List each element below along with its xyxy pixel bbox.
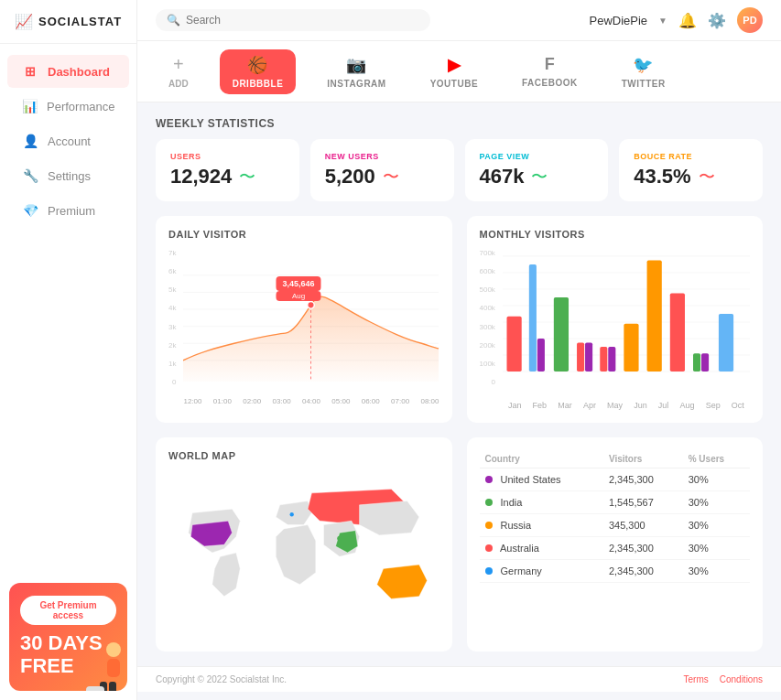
svg-rect-29 bbox=[624, 324, 638, 372]
svg-rect-4 bbox=[86, 686, 104, 691]
trend-up-icon-users: 〜 bbox=[239, 166, 255, 188]
footer-copyright: Copyright © 2022 Socialstat Inc. bbox=[156, 674, 287, 684]
pct-cell: 30% bbox=[683, 514, 750, 537]
monthly-y-axis: 0100k200k300k400k500k600k700k bbox=[480, 249, 499, 386]
stat-label-new-users: NEW USERS bbox=[325, 152, 439, 161]
monthly-chart-wrapper: 0100k200k300k400k500k600k700k bbox=[480, 249, 751, 410]
sidebar-item-label: Premium bbox=[48, 204, 95, 218]
footer-conditions-link[interactable]: Conditions bbox=[720, 674, 763, 684]
svg-rect-21 bbox=[506, 317, 521, 372]
sidebar-item-dashboard[interactable]: ⊞ Dashboard bbox=[7, 55, 129, 88]
sidebar-item-label: Performance bbox=[47, 100, 114, 113]
sidebar: 📈 SOCIALSTAT ⊞ Dashboard 📊 Performance 👤… bbox=[0, 0, 137, 700]
stat-value-row-page-view: 467k 〜 bbox=[480, 165, 594, 188]
table-header-row: Country Visitors % Users bbox=[480, 450, 751, 468]
instagram-icon: 📷 bbox=[346, 55, 367, 75]
tab-twitter-label: TWITTER bbox=[622, 79, 666, 89]
world-map-title: WORLD MAP bbox=[168, 450, 439, 461]
get-premium-button[interactable]: Get Premium access bbox=[20, 596, 116, 625]
search-icon: 🔍 bbox=[167, 14, 180, 27]
avatar[interactable]: PD bbox=[737, 7, 763, 33]
tab-twitter[interactable]: 🐦 TWITTER bbox=[609, 49, 678, 94]
tab-youtube-label: YOUTUBE bbox=[430, 79, 478, 89]
sidebar-item-label: Dashboard bbox=[48, 65, 110, 79]
svg-rect-33 bbox=[701, 353, 709, 372]
country-dot bbox=[485, 499, 493, 506]
tooltip-sub: Aug bbox=[276, 291, 320, 301]
dashboard-icon: ⊞ bbox=[22, 64, 38, 79]
svg-point-36 bbox=[337, 536, 342, 541]
daily-chart-wrapper: 01k2k3k4k5k6k7k 3,45,646 Aug bbox=[168, 249, 439, 405]
stat-value-row-users: 12,924 〜 bbox=[170, 165, 285, 188]
table-row: Germany 2,345,300 30% bbox=[480, 560, 751, 583]
daily-chart-area: 3,45,646 Aug bbox=[183, 249, 439, 405]
country-name: Australia bbox=[500, 543, 539, 554]
daily-visitor-card: DAILY VISITOR 01k2k3k4k5k6k7k 3,45,646 A… bbox=[156, 216, 452, 423]
app-logo: 📈 SOCIALSTAT bbox=[0, 0, 136, 44]
col-header-visitors: Visitors bbox=[603, 450, 683, 468]
bell-icon[interactable]: 🔔 bbox=[678, 12, 697, 29]
country-cell: Australia bbox=[480, 537, 603, 560]
premium-banner: Get Premium access 30 DAYS FREE bbox=[9, 583, 127, 691]
premium-icon: 💎 bbox=[22, 203, 38, 218]
trend-up-icon-page-view: 〜 bbox=[531, 166, 548, 188]
svg-rect-28 bbox=[608, 347, 615, 372]
country-dot bbox=[485, 522, 493, 529]
chevron-down-icon[interactable]: ▼ bbox=[658, 16, 667, 26]
pct-cell: 30% bbox=[683, 491, 750, 514]
daily-x-axis: 12:0001:0002:0003:0004:0005:0006:0007:00… bbox=[183, 397, 439, 405]
sidebar-item-label: Account bbox=[48, 135, 91, 148]
daily-visitor-svg bbox=[183, 249, 439, 395]
account-icon: 👤 bbox=[22, 134, 38, 148]
svg-rect-23 bbox=[537, 339, 545, 372]
tab-instagram[interactable]: 📷 INSTAGRAM bbox=[314, 49, 398, 94]
sidebar-item-performance[interactable]: 📊 Performance bbox=[7, 90, 129, 123]
country-name: India bbox=[501, 497, 523, 508]
visitors-cell: 2,345,300 bbox=[603, 560, 683, 583]
sidebar-item-settings[interactable]: 🔧 Settings bbox=[7, 159, 129, 192]
footer-links: Terms Conditions bbox=[684, 674, 764, 684]
settings-icon: 🔧 bbox=[22, 168, 38, 183]
svg-rect-25 bbox=[577, 343, 584, 372]
sidebar-item-account[interactable]: 👤 Account bbox=[7, 124, 129, 157]
footer-terms-link[interactable]: Terms bbox=[684, 674, 709, 684]
world-map-card: WORLD MAP bbox=[156, 437, 452, 652]
stat-card-bounce-rate: BOUCE RATE 43.5% 〜 bbox=[619, 139, 763, 201]
table-row: United States 2,345,300 30% bbox=[480, 468, 751, 491]
stat-card-page-view: PAGE VIEW 467k 〜 bbox=[465, 139, 609, 201]
stat-card-users: USERS 12,924 〜 bbox=[156, 139, 299, 201]
stat-value-page-view: 467k bbox=[480, 165, 525, 188]
stats-cards: USERS 12,924 〜 NEW USERS 5,200 〜 PAGE VI… bbox=[156, 139, 763, 201]
table-row: Russia 345,300 30% bbox=[480, 514, 751, 537]
sidebar-nav: ⊞ Dashboard 📊 Performance 👤 Account 🔧 Se… bbox=[0, 44, 136, 574]
country-dot bbox=[485, 476, 493, 483]
pct-cell: 30% bbox=[683, 560, 750, 583]
stat-value-new-users: 5,200 bbox=[325, 165, 375, 188]
svg-rect-32 bbox=[693, 353, 700, 372]
world-map-svg bbox=[168, 470, 439, 635]
svg-point-0 bbox=[106, 642, 121, 657]
daily-visitor-title: DAILY VISITOR bbox=[168, 229, 439, 240]
tab-facebook[interactable]: f FACEBOOK bbox=[509, 49, 591, 93]
svg-rect-27 bbox=[600, 347, 607, 372]
tab-add[interactable]: + ADD bbox=[156, 48, 201, 94]
svg-rect-3 bbox=[109, 682, 116, 691]
sidebar-item-premium[interactable]: 💎 Premium bbox=[7, 194, 129, 227]
add-icon: + bbox=[173, 54, 184, 75]
country-dot bbox=[485, 567, 493, 575]
visitors-cell: 345,300 bbox=[603, 514, 683, 537]
app-name: SOCIALSTAT bbox=[38, 15, 122, 28]
search-input[interactable] bbox=[186, 14, 419, 27]
stat-label-bounce-rate: BOUCE RATE bbox=[634, 152, 748, 161]
gear-icon[interactable]: ⚙️ bbox=[708, 12, 726, 29]
monthly-visitors-svg bbox=[503, 249, 750, 395]
trend-down-icon-new-users: 〜 bbox=[383, 166, 399, 188]
monthly-visitors-card: MONTHLY VISITORS 0100k200k300k400k500k60… bbox=[467, 216, 764, 423]
stat-label-users: USERS bbox=[170, 152, 285, 161]
search-wrapper[interactable]: 🔍 bbox=[156, 9, 430, 31]
logo-icon: 📈 bbox=[15, 13, 33, 30]
svg-point-37 bbox=[396, 587, 401, 591]
tab-dribbble[interactable]: 🏀 DRIBBBLE bbox=[220, 49, 297, 94]
tab-youtube[interactable]: ▶ YOUTUBE bbox=[418, 49, 491, 94]
footer: Copyright © 2022 Socialstat Inc. Terms C… bbox=[137, 666, 781, 692]
